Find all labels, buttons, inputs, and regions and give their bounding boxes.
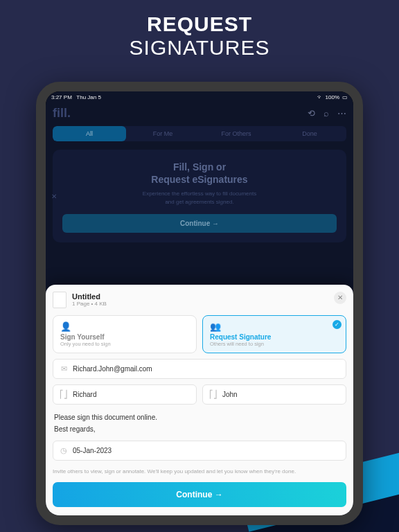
tab-done[interactable]: Done: [273, 126, 346, 141]
hero-continue-button[interactable]: Continue →: [62, 214, 337, 233]
last-name-field[interactable]: ⎡⎦ John: [202, 384, 346, 405]
status-right: ᯤ 100% ▭: [317, 94, 348, 100]
doc-meta: 1 Page • 4 KB: [72, 301, 107, 307]
sheet-header: Untitled 1 Page • 4 KB ✕: [53, 292, 346, 308]
request-sheet: Untitled 1 Page • 4 KB ✕ 👤 Sign Yourself…: [46, 285, 353, 515]
battery-label: 100%: [326, 94, 339, 100]
first-name-value: Richard: [73, 391, 96, 398]
status-bar: 3:27 PM Thu Jan 5 ᯤ 100% ▭: [46, 91, 353, 102]
close-sheet-button[interactable]: ✕: [334, 292, 346, 304]
date-value: 05-Jan-2023: [73, 447, 112, 454]
name-row: ⎡⎦ Richard ⎡⎦ John: [53, 379, 346, 405]
hero-subtitle: Experience the effortless way to fill do…: [62, 190, 337, 205]
headline: REQUEST SIGNATURES: [0, 0, 399, 60]
tab-for-others[interactable]: For Others: [200, 126, 273, 141]
option-sub: Others will need to sign: [210, 341, 339, 347]
email-field[interactable]: ✉ Richard.John@gmail.com: [53, 359, 346, 379]
doc-thumbnail: [53, 292, 66, 308]
clock-icon: ◷: [59, 446, 69, 455]
people-icon: 👥: [210, 321, 339, 332]
doc-title: Untitled: [72, 292, 107, 301]
segmented-tabs: All For Me For Others Done: [53, 126, 346, 141]
date-field[interactable]: ◷ 05-Jan-2023: [53, 441, 346, 461]
option-title: Request Signature: [210, 333, 339, 341]
user-icon: ⎡⎦: [209, 390, 218, 399]
hero-sub-l1: Experience the effortless way to fill do…: [62, 190, 337, 197]
status-time: 3:27 PM: [51, 94, 72, 100]
sync-icon[interactable]: ⟲: [308, 108, 315, 118]
close-icon[interactable]: ✕: [51, 192, 57, 200]
hero-title: Fill, Sign or Request eSignatures: [62, 161, 337, 186]
status-left: 3:27 PM Thu Jan 5: [51, 94, 101, 100]
top-icons: ⟲ ⌕ ⋯: [308, 108, 346, 118]
app-logo: fill.: [53, 106, 71, 121]
mail-icon: ✉: [59, 364, 69, 373]
message-body[interactable]: Please sign this document online. Best r…: [53, 411, 346, 435]
option-title: Sign Yourself: [60, 333, 189, 341]
wifi-icon: ᯤ: [317, 94, 323, 100]
tab-for-me[interactable]: For Me: [126, 126, 200, 141]
option-request-signature[interactable]: ✓ 👥 Request Signature Others will need t…: [202, 315, 346, 353]
person-icon: 👤: [60, 321, 189, 332]
app-hero: fill. ⟲ ⌕ ⋯ All For Me For Others Done ✕…: [46, 102, 353, 242]
hero-sub-l2: and get agreements signed.: [62, 198, 337, 206]
status-date: Thu Jan 5: [76, 94, 101, 100]
signing-options: 👤 Sign Yourself Only you need to sign ✓ …: [53, 315, 346, 353]
email-value: Richard.John@gmail.com: [73, 365, 152, 373]
option-sub: Only you need to sign: [60, 341, 189, 347]
option-sign-yourself[interactable]: 👤 Sign Yourself Only you need to sign: [53, 315, 197, 353]
hero-title-l1: Fill, Sign or: [62, 161, 337, 173]
message-line-1: Please sign this document online.: [54, 411, 345, 423]
tablet-frame: 3:27 PM Thu Jan 5 ᯤ 100% ▭ fill. ⟲ ⌕ ⋯ A…: [36, 82, 363, 525]
first-name-field[interactable]: ⎡⎦ Richard: [53, 384, 197, 405]
hero-card: ✕ Fill, Sign or Request eSignatures Expe…: [53, 150, 346, 242]
headline-line-1: REQUEST: [0, 12, 399, 36]
user-icon: ⎡⎦: [59, 390, 69, 399]
doc-info: Untitled 1 Page • 4 KB: [72, 292, 107, 307]
app-top-bar: fill. ⟲ ⌕ ⋯: [53, 106, 346, 121]
tab-all[interactable]: All: [53, 126, 126, 141]
hero-title-l2: Request eSignatures: [62, 173, 337, 186]
screen: 3:27 PM Thu Jan 5 ᯤ 100% ▭ fill. ⟲ ⌕ ⋯ A…: [46, 91, 353, 515]
continue-button[interactable]: Continue →: [53, 482, 346, 507]
message-line-2: Best regards,: [54, 423, 345, 435]
battery-icon: ▭: [342, 94, 348, 100]
last-name-value: John: [222, 391, 238, 398]
help-text: Invite others to view, sign or annotate.…: [53, 468, 346, 475]
checkmark-icon: ✓: [332, 320, 342, 329]
search-icon[interactable]: ⌕: [323, 108, 329, 118]
headline-line-2: SIGNATURES: [0, 36, 399, 60]
more-icon[interactable]: ⋯: [337, 108, 346, 118]
